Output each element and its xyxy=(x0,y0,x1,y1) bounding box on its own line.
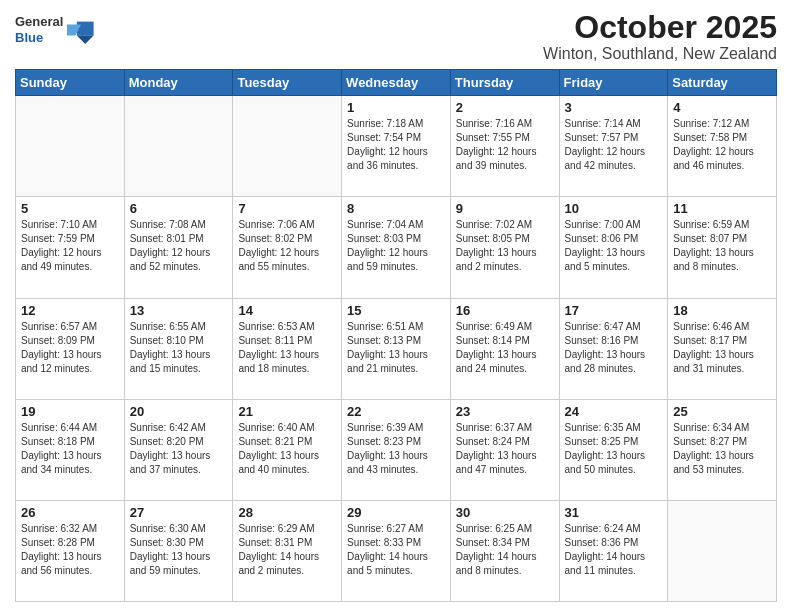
day-cell: 12Sunrise: 6:57 AM Sunset: 8:09 PM Dayli… xyxy=(16,298,125,399)
day-cell xyxy=(124,96,233,197)
day-info: Sunrise: 6:44 AM Sunset: 8:18 PM Dayligh… xyxy=(21,421,119,477)
day-info: Sunrise: 6:37 AM Sunset: 8:24 PM Dayligh… xyxy=(456,421,554,477)
page-subtitle: Winton, Southland, New Zealand xyxy=(543,45,777,63)
day-info: Sunrise: 6:30 AM Sunset: 8:30 PM Dayligh… xyxy=(130,522,228,578)
day-info: Sunrise: 7:12 AM Sunset: 7:58 PM Dayligh… xyxy=(673,117,771,173)
day-cell: 13Sunrise: 6:55 AM Sunset: 8:10 PM Dayli… xyxy=(124,298,233,399)
day-cell: 30Sunrise: 6:25 AM Sunset: 8:34 PM Dayli… xyxy=(450,500,559,601)
calendar-header: SundayMondayTuesdayWednesdayThursdayFrid… xyxy=(16,70,777,96)
day-info: Sunrise: 6:25 AM Sunset: 8:34 PM Dayligh… xyxy=(456,522,554,578)
day-info: Sunrise: 6:24 AM Sunset: 8:36 PM Dayligh… xyxy=(565,522,663,578)
week-row-3: 12Sunrise: 6:57 AM Sunset: 8:09 PM Dayli… xyxy=(16,298,777,399)
day-number: 25 xyxy=(673,404,771,419)
day-number: 13 xyxy=(130,303,228,318)
day-cell: 27Sunrise: 6:30 AM Sunset: 8:30 PM Dayli… xyxy=(124,500,233,601)
day-number: 28 xyxy=(238,505,336,520)
day-number: 5 xyxy=(21,201,119,216)
logo-general: General xyxy=(15,14,63,30)
svg-marker-1 xyxy=(77,35,94,43)
calendar-table: SundayMondayTuesdayWednesdayThursdayFrid… xyxy=(15,69,777,602)
day-number: 11 xyxy=(673,201,771,216)
day-cell: 2Sunrise: 7:16 AM Sunset: 7:55 PM Daylig… xyxy=(450,96,559,197)
day-info: Sunrise: 6:51 AM Sunset: 8:13 PM Dayligh… xyxy=(347,320,445,376)
day-cell: 22Sunrise: 6:39 AM Sunset: 8:23 PM Dayli… xyxy=(342,399,451,500)
day-number: 20 xyxy=(130,404,228,419)
day-number: 8 xyxy=(347,201,445,216)
day-cell: 25Sunrise: 6:34 AM Sunset: 8:27 PM Dayli… xyxy=(668,399,777,500)
day-info: Sunrise: 7:04 AM Sunset: 8:03 PM Dayligh… xyxy=(347,218,445,274)
day-number: 18 xyxy=(673,303,771,318)
day-info: Sunrise: 6:59 AM Sunset: 8:07 PM Dayligh… xyxy=(673,218,771,274)
header-row: SundayMondayTuesdayWednesdayThursdayFrid… xyxy=(16,70,777,96)
day-cell: 14Sunrise: 6:53 AM Sunset: 8:11 PM Dayli… xyxy=(233,298,342,399)
day-info: Sunrise: 6:39 AM Sunset: 8:23 PM Dayligh… xyxy=(347,421,445,477)
col-header-friday: Friday xyxy=(559,70,668,96)
day-info: Sunrise: 6:49 AM Sunset: 8:14 PM Dayligh… xyxy=(456,320,554,376)
day-info: Sunrise: 6:53 AM Sunset: 8:11 PM Dayligh… xyxy=(238,320,336,376)
day-info: Sunrise: 7:10 AM Sunset: 7:59 PM Dayligh… xyxy=(21,218,119,274)
day-number: 22 xyxy=(347,404,445,419)
week-row-5: 26Sunrise: 6:32 AM Sunset: 8:28 PM Dayli… xyxy=(16,500,777,601)
day-number: 15 xyxy=(347,303,445,318)
day-info: Sunrise: 6:29 AM Sunset: 8:31 PM Dayligh… xyxy=(238,522,336,578)
day-info: Sunrise: 6:46 AM Sunset: 8:17 PM Dayligh… xyxy=(673,320,771,376)
day-cell: 29Sunrise: 6:27 AM Sunset: 8:33 PM Dayli… xyxy=(342,500,451,601)
day-info: Sunrise: 7:16 AM Sunset: 7:55 PM Dayligh… xyxy=(456,117,554,173)
svg-marker-0 xyxy=(77,21,94,35)
day-number: 29 xyxy=(347,505,445,520)
day-number: 7 xyxy=(238,201,336,216)
col-header-tuesday: Tuesday xyxy=(233,70,342,96)
col-header-saturday: Saturday xyxy=(668,70,777,96)
day-info: Sunrise: 6:47 AM Sunset: 8:16 PM Dayligh… xyxy=(565,320,663,376)
day-cell: 16Sunrise: 6:49 AM Sunset: 8:14 PM Dayli… xyxy=(450,298,559,399)
day-cell: 15Sunrise: 6:51 AM Sunset: 8:13 PM Dayli… xyxy=(342,298,451,399)
week-row-1: 1Sunrise: 7:18 AM Sunset: 7:54 PM Daylig… xyxy=(16,96,777,197)
day-info: Sunrise: 6:42 AM Sunset: 8:20 PM Dayligh… xyxy=(130,421,228,477)
day-info: Sunrise: 6:40 AM Sunset: 8:21 PM Dayligh… xyxy=(238,421,336,477)
day-cell: 20Sunrise: 6:42 AM Sunset: 8:20 PM Dayli… xyxy=(124,399,233,500)
week-row-2: 5Sunrise: 7:10 AM Sunset: 7:59 PM Daylig… xyxy=(16,197,777,298)
day-number: 2 xyxy=(456,100,554,115)
day-cell: 5Sunrise: 7:10 AM Sunset: 7:59 PM Daylig… xyxy=(16,197,125,298)
day-cell: 31Sunrise: 6:24 AM Sunset: 8:36 PM Dayli… xyxy=(559,500,668,601)
day-number: 31 xyxy=(565,505,663,520)
day-number: 24 xyxy=(565,404,663,419)
day-cell: 26Sunrise: 6:32 AM Sunset: 8:28 PM Dayli… xyxy=(16,500,125,601)
day-number: 1 xyxy=(347,100,445,115)
day-cell: 11Sunrise: 6:59 AM Sunset: 8:07 PM Dayli… xyxy=(668,197,777,298)
day-number: 3 xyxy=(565,100,663,115)
day-number: 30 xyxy=(456,505,554,520)
day-info: Sunrise: 6:35 AM Sunset: 8:25 PM Dayligh… xyxy=(565,421,663,477)
day-info: Sunrise: 7:06 AM Sunset: 8:02 PM Dayligh… xyxy=(238,218,336,274)
day-cell: 28Sunrise: 6:29 AM Sunset: 8:31 PM Dayli… xyxy=(233,500,342,601)
day-info: Sunrise: 7:02 AM Sunset: 8:05 PM Dayligh… xyxy=(456,218,554,274)
col-header-monday: Monday xyxy=(124,70,233,96)
title-block: October 2025 Winton, Southland, New Zeal… xyxy=(543,10,777,63)
day-cell: 4Sunrise: 7:12 AM Sunset: 7:58 PM Daylig… xyxy=(668,96,777,197)
day-info: Sunrise: 7:14 AM Sunset: 7:57 PM Dayligh… xyxy=(565,117,663,173)
col-header-thursday: Thursday xyxy=(450,70,559,96)
logo: General Blue xyxy=(15,14,95,45)
day-cell: 18Sunrise: 6:46 AM Sunset: 8:17 PM Dayli… xyxy=(668,298,777,399)
day-cell: 1Sunrise: 7:18 AM Sunset: 7:54 PM Daylig… xyxy=(342,96,451,197)
day-number: 6 xyxy=(130,201,228,216)
day-info: Sunrise: 6:57 AM Sunset: 8:09 PM Dayligh… xyxy=(21,320,119,376)
day-number: 9 xyxy=(456,201,554,216)
day-cell: 23Sunrise: 6:37 AM Sunset: 8:24 PM Dayli… xyxy=(450,399,559,500)
day-info: Sunrise: 7:18 AM Sunset: 7:54 PM Dayligh… xyxy=(347,117,445,173)
day-cell xyxy=(233,96,342,197)
day-cell: 19Sunrise: 6:44 AM Sunset: 8:18 PM Dayli… xyxy=(16,399,125,500)
day-number: 21 xyxy=(238,404,336,419)
day-info: Sunrise: 7:00 AM Sunset: 8:06 PM Dayligh… xyxy=(565,218,663,274)
day-number: 26 xyxy=(21,505,119,520)
day-info: Sunrise: 6:32 AM Sunset: 8:28 PM Dayligh… xyxy=(21,522,119,578)
day-number: 17 xyxy=(565,303,663,318)
day-info: Sunrise: 7:08 AM Sunset: 8:01 PM Dayligh… xyxy=(130,218,228,274)
logo-icon xyxy=(67,16,95,44)
day-number: 19 xyxy=(21,404,119,419)
page: General Blue October 2025 Winton, Southl… xyxy=(0,0,792,612)
col-header-sunday: Sunday xyxy=(16,70,125,96)
logo-text: General Blue xyxy=(15,14,63,45)
calendar-body: 1Sunrise: 7:18 AM Sunset: 7:54 PM Daylig… xyxy=(16,96,777,602)
day-number: 23 xyxy=(456,404,554,419)
